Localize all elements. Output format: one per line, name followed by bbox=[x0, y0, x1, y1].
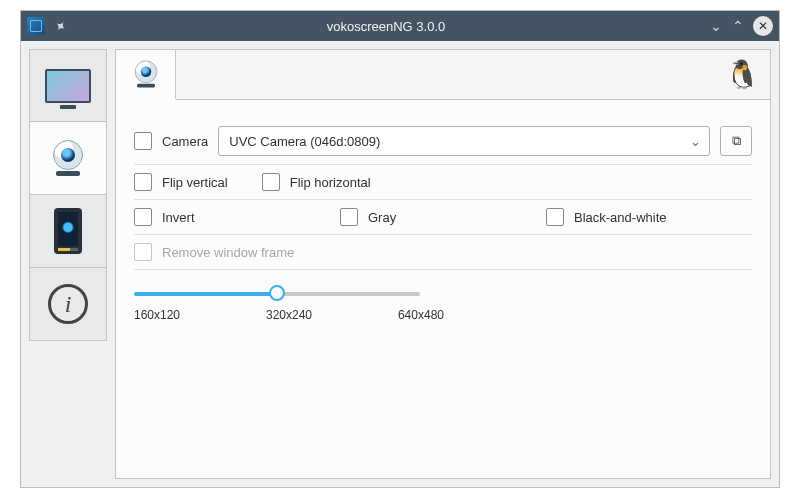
remove-frame-label: Remove window frame bbox=[162, 245, 294, 260]
chevron-down-icon: ⌄ bbox=[690, 134, 701, 149]
size-tick-labels: 160x120 320x240 640x480 bbox=[134, 302, 444, 322]
invert-checkbox[interactable] bbox=[134, 208, 152, 226]
gray-label: Gray bbox=[368, 210, 396, 225]
sidebar-item-screen[interactable] bbox=[29, 49, 107, 122]
slider-fill bbox=[134, 292, 277, 296]
phone-icon bbox=[54, 208, 82, 254]
window-title: vokoscreenNG 3.0.0 bbox=[67, 19, 705, 34]
sidebar-item-phone[interactable] bbox=[29, 195, 107, 268]
app-window: ✦ vokoscreenNG 3.0.0 ⌄ ⌃ ✕ i bbox=[20, 10, 780, 488]
tux-icon: 🐧 bbox=[725, 58, 760, 91]
camera-select[interactable]: UVC Camera (046d:0809) ⌄ bbox=[218, 126, 710, 156]
info-icon: i bbox=[48, 284, 88, 324]
tab-camera[interactable] bbox=[116, 50, 176, 100]
invert-label: Invert bbox=[162, 210, 195, 225]
camera-select-value: UVC Camera (046d:0809) bbox=[229, 134, 380, 149]
camera-dialog-button[interactable]: ⧉ bbox=[720, 126, 752, 156]
camera-label: Camera bbox=[162, 134, 208, 149]
tab-strip: 🐧 bbox=[116, 50, 770, 100]
bw-label: Black-and-white bbox=[574, 210, 667, 225]
maximize-icon[interactable]: ⌃ bbox=[727, 18, 749, 34]
dialog-icon: ⧉ bbox=[732, 133, 741, 149]
flip-horizontal-label: Flip horizontal bbox=[290, 175, 371, 190]
sidebar-item-camera[interactable] bbox=[29, 122, 107, 195]
flip-vertical-label: Flip vertical bbox=[162, 175, 228, 190]
sidebar-item-info[interactable]: i bbox=[29, 268, 107, 341]
tab-strip-spacer: 🐧 bbox=[176, 50, 770, 100]
flip-vertical-checkbox[interactable] bbox=[134, 173, 152, 191]
minimize-icon[interactable]: ⌄ bbox=[705, 18, 727, 34]
sidebar: i bbox=[29, 49, 107, 479]
remove-frame-checkbox bbox=[134, 243, 152, 261]
slider-thumb[interactable] bbox=[269, 285, 285, 301]
size-slider[interactable] bbox=[134, 284, 420, 302]
main-panel: 🐧 Camera UVC Camera (046d:0809) ⌄ ⧉ bbox=[115, 49, 771, 479]
webcam-icon bbox=[131, 61, 161, 88]
size-tick-2: 640x480 bbox=[398, 308, 444, 322]
app-icon bbox=[27, 17, 45, 35]
gray-checkbox[interactable] bbox=[340, 208, 358, 226]
camera-settings: Camera UVC Camera (046d:0809) ⌄ ⧉ Flip v… bbox=[116, 100, 770, 328]
titlebar[interactable]: ✦ vokoscreenNG 3.0.0 ⌄ ⌃ ✕ bbox=[21, 11, 779, 41]
webcam-icon bbox=[48, 140, 88, 176]
camera-checkbox[interactable] bbox=[134, 132, 152, 150]
monitor-icon bbox=[45, 69, 91, 103]
bw-checkbox[interactable] bbox=[546, 208, 564, 226]
flip-horizontal-checkbox[interactable] bbox=[262, 173, 280, 191]
size-tick-0: 160x120 bbox=[134, 308, 180, 322]
size-tick-1: 320x240 bbox=[266, 308, 312, 322]
close-icon[interactable]: ✕ bbox=[753, 16, 773, 36]
